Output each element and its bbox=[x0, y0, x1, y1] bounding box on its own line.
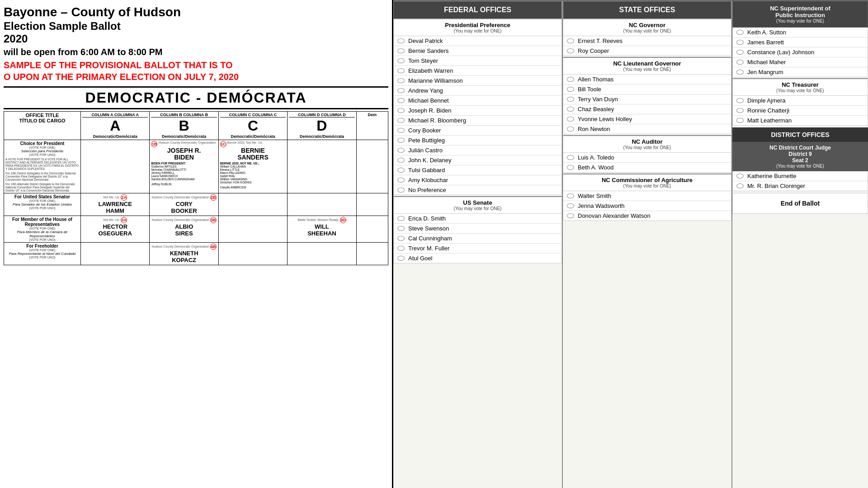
selection-oval[interactable] bbox=[567, 107, 574, 112]
selection-oval[interactable] bbox=[397, 48, 405, 53]
selection-oval[interactable] bbox=[567, 77, 574, 82]
selection-oval[interactable] bbox=[567, 48, 574, 53]
selection-oval[interactable] bbox=[567, 155, 574, 160]
selection-oval[interactable] bbox=[397, 108, 405, 113]
selection-oval[interactable] bbox=[397, 256, 405, 261]
list-item[interactable]: Elizabeth Warren bbox=[393, 66, 562, 76]
list-item[interactable]: Matt Leatherman bbox=[732, 116, 868, 126]
presidential-section-label: Presidential Preference (You may vote fo… bbox=[393, 19, 562, 36]
list-item[interactable]: Roy Cooper bbox=[563, 46, 731, 56]
list-item[interactable]: Jen Mangrum bbox=[732, 67, 868, 77]
selection-oval[interactable] bbox=[397, 138, 405, 143]
candidate-name: Steve Swenson bbox=[408, 225, 449, 232]
selection-oval[interactable] bbox=[397, 68, 405, 73]
selection-oval[interactable] bbox=[397, 158, 405, 163]
list-item[interactable]: Michael Bennet bbox=[393, 96, 562, 106]
selection-oval[interactable] bbox=[397, 178, 405, 183]
selection-oval[interactable] bbox=[567, 117, 574, 122]
list-item[interactable]: Walter Smith bbox=[563, 191, 731, 201]
list-item[interactable]: Andrew Yang bbox=[393, 86, 562, 96]
list-item[interactable]: Michael Maher bbox=[732, 57, 868, 67]
selection-oval[interactable] bbox=[397, 58, 405, 63]
right-panel: FEDERAL OFFICES Presidential Preference … bbox=[393, 0, 868, 488]
list-item[interactable]: Bill Toole bbox=[563, 84, 731, 94]
list-item[interactable]: Luis A. Toledo bbox=[563, 153, 731, 163]
selection-oval[interactable] bbox=[397, 88, 405, 93]
selection-oval[interactable] bbox=[736, 183, 744, 188]
list-item[interactable]: Dimple Ajmera bbox=[732, 96, 868, 106]
list-item[interactable]: No Preference bbox=[393, 185, 562, 195]
list-item[interactable]: John K. Delaney bbox=[393, 155, 562, 165]
list-item[interactable]: Ron Newton bbox=[563, 124, 731, 134]
list-item[interactable]: Trevor M. Fuller bbox=[393, 244, 562, 253]
list-item[interactable]: Chaz Beasley bbox=[563, 104, 731, 114]
selection-oval[interactable] bbox=[736, 60, 744, 65]
list-item[interactable]: Terry Van Duyn bbox=[563, 94, 731, 104]
candidate-name: Deval Patrick bbox=[408, 38, 443, 44]
selection-oval[interactable] bbox=[397, 236, 405, 241]
list-item[interactable]: Ronnie Chatterji bbox=[732, 106, 868, 116]
candidate-name: Walter Smith bbox=[578, 192, 611, 199]
selection-oval[interactable] bbox=[397, 78, 405, 83]
selection-oval[interactable] bbox=[736, 50, 744, 55]
list-item[interactable]: Tom Steyer bbox=[393, 56, 562, 66]
list-item[interactable]: Joseph R. Biden bbox=[393, 106, 562, 116]
list-item[interactable]: Cal Cunningham bbox=[393, 234, 562, 244]
selection-oval[interactable] bbox=[397, 188, 405, 192]
selection-oval[interactable] bbox=[567, 213, 574, 218]
candidate-name: Ron Newton bbox=[578, 126, 610, 132]
candidate-name: Joseph R. Biden bbox=[408, 107, 451, 114]
list-item[interactable]: Pete Buttigleg bbox=[393, 136, 562, 145]
selection-oval[interactable] bbox=[397, 98, 405, 103]
list-item[interactable]: Erica D. Smith bbox=[393, 214, 562, 224]
list-item[interactable]: Beth A. Wood bbox=[563, 163, 731, 173]
candidate-name: Elizabeth Warren bbox=[408, 67, 453, 74]
selection-oval[interactable] bbox=[567, 38, 574, 43]
candidate-name: Michael Bennet bbox=[408, 97, 449, 104]
list-item[interactable]: Deval Patrick bbox=[393, 36, 562, 46]
selection-oval[interactable] bbox=[567, 165, 574, 170]
selection-oval[interactable] bbox=[736, 108, 744, 113]
selection-oval[interactable] bbox=[397, 216, 405, 221]
list-item[interactable]: Marianne Williamson bbox=[393, 76, 562, 86]
selection-oval[interactable] bbox=[736, 118, 744, 123]
list-item[interactable]: Atul Goel bbox=[393, 253, 562, 263]
list-item[interactable]: Constance (Lav) Johnson bbox=[732, 47, 868, 57]
list-item[interactable]: Bernie Sanders bbox=[393, 46, 562, 56]
list-item[interactable]: Ernest T. Reeves bbox=[563, 36, 731, 46]
selection-oval[interactable] bbox=[567, 203, 574, 208]
list-item[interactable]: Jenna Wadsworth bbox=[563, 201, 731, 211]
list-item[interactable]: Yvonne Lewis Holley bbox=[563, 114, 731, 124]
list-item[interactable]: Cory Booker bbox=[393, 126, 562, 136]
selection-oval[interactable] bbox=[567, 193, 574, 198]
list-item[interactable]: Keith A. Sutton bbox=[732, 28, 868, 38]
selection-oval[interactable] bbox=[736, 174, 744, 178]
selection-oval[interactable] bbox=[397, 246, 405, 251]
federal-header: FEDERAL OFFICES bbox=[393, 1, 562, 19]
list-item[interactable]: Tulsi Gabbard bbox=[393, 165, 562, 175]
selection-oval[interactable] bbox=[567, 127, 574, 131]
selection-oval[interactable] bbox=[736, 30, 744, 35]
list-item[interactable]: Julián Castro bbox=[393, 145, 562, 155]
list-item[interactable]: James Barrett bbox=[732, 38, 868, 47]
list-item[interactable]: Steve Swenson bbox=[393, 224, 562, 234]
selection-oval[interactable] bbox=[397, 118, 405, 123]
selection-oval[interactable] bbox=[567, 87, 574, 92]
selection-oval[interactable] bbox=[567, 97, 574, 102]
selection-oval[interactable] bbox=[736, 70, 744, 75]
list-item[interactable]: Amy Klobuchar bbox=[393, 175, 562, 185]
selection-oval[interactable] bbox=[397, 226, 405, 231]
col-header-a: COLUMN A COLUMNA A A Democratic/Demócrat… bbox=[81, 111, 150, 140]
selection-oval[interactable] bbox=[397, 128, 405, 133]
list-item[interactable]: Mr. R. Brian Cloninger bbox=[732, 181, 868, 191]
list-item[interactable]: Michael R. Bloomberg bbox=[393, 116, 562, 126]
selection-oval[interactable] bbox=[397, 38, 405, 43]
list-item[interactable]: Allen Thomas bbox=[563, 75, 731, 84]
selection-oval[interactable] bbox=[736, 40, 744, 45]
list-item[interactable]: Donovan Alexander Watson bbox=[563, 211, 731, 221]
candidate-name: Katherine Burnette bbox=[747, 173, 796, 179]
selection-oval[interactable] bbox=[397, 148, 405, 153]
selection-oval[interactable] bbox=[397, 168, 405, 173]
selection-oval[interactable] bbox=[736, 98, 744, 103]
list-item[interactable]: Katherine Burnette bbox=[732, 171, 868, 181]
